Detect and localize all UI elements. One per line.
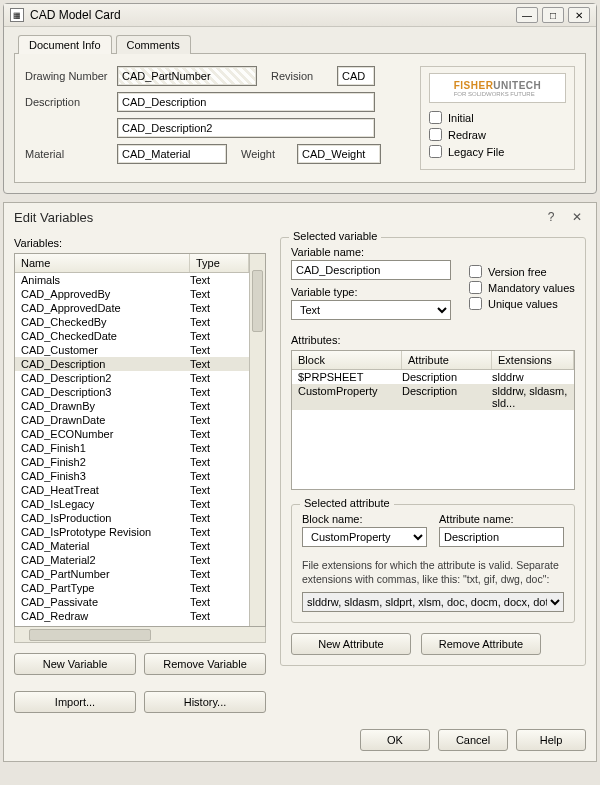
- variable-name-cell: CAD_CheckedDate: [15, 330, 190, 342]
- variable-name-cell: CAD_Description2: [15, 372, 190, 384]
- close-button[interactable]: ✕: [568, 7, 590, 23]
- variable-row[interactable]: CAD_DescriptionText: [15, 357, 249, 371]
- tab-comments[interactable]: Comments: [116, 35, 191, 54]
- variable-row[interactable]: CAD_IsPrototype RevisionText: [15, 525, 249, 539]
- mandatory-checkbox[interactable]: [469, 281, 482, 294]
- variable-row[interactable]: CAD_Material2Text: [15, 553, 249, 567]
- variable-row[interactable]: CAD_PartTypeText: [15, 581, 249, 595]
- variable-row[interactable]: AnimalsText: [15, 273, 249, 287]
- maximize-button[interactable]: □: [542, 7, 564, 23]
- extensions-select[interactable]: slddrw, sldasm, sldprt, xlsm, doc, docm,…: [302, 592, 564, 612]
- version-free-checkbox[interactable]: [469, 265, 482, 278]
- variable-row[interactable]: CAD_CheckedByText: [15, 315, 249, 329]
- redraw-label: Redraw: [448, 129, 486, 141]
- dialog-close-button[interactable]: ✕: [568, 209, 586, 225]
- col-header-name[interactable]: Name: [15, 254, 190, 272]
- col-header-attribute[interactable]: Attribute: [402, 351, 492, 369]
- attribute-row[interactable]: $PRPSHEETDescriptionslddrw: [292, 370, 574, 384]
- minimize-button[interactable]: —: [516, 7, 538, 23]
- variable-row[interactable]: CAD_PartNumberText: [15, 567, 249, 581]
- legacy-checkbox[interactable]: [429, 145, 442, 158]
- legacy-checkbox-row[interactable]: Legacy File: [429, 145, 566, 158]
- mandatory-row[interactable]: Mandatory values: [469, 281, 575, 294]
- col-header-type[interactable]: Type: [190, 254, 249, 272]
- variable-type-cell: Text: [190, 470, 249, 482]
- selected-variable-legend: Selected variable: [289, 230, 381, 242]
- variable-row[interactable]: CAD_ApprovedByText: [15, 287, 249, 301]
- variable-name-cell: CAD_Finish3: [15, 470, 190, 482]
- variables-rows[interactable]: AnimalsTextCAD_ApprovedByTextCAD_Approve…: [15, 273, 249, 626]
- side-panel: FISHERUNITECH FOR SOLIDWORKS FUTURE Init…: [420, 66, 575, 170]
- variable-name-cell: CAD_Finish1: [15, 442, 190, 454]
- variable-row[interactable]: CAD_Description2Text: [15, 371, 249, 385]
- titlebar: ▦ CAD Model Card — □ ✕: [4, 4, 596, 27]
- variable-type-select[interactable]: Text: [291, 300, 451, 320]
- variable-type-cell: Text: [190, 498, 249, 510]
- selected-variable-panel: Selected variable Variable name: Variabl…: [280, 237, 586, 713]
- new-attribute-button[interactable]: New Attribute: [291, 633, 411, 655]
- revision-field[interactable]: [337, 66, 375, 86]
- initial-label: Initial: [448, 112, 474, 124]
- variables-table[interactable]: Name Type AnimalsTextCAD_ApprovedByTextC…: [14, 253, 266, 627]
- description1-field[interactable]: [117, 92, 375, 112]
- variable-row[interactable]: CAD_IsProductionText: [15, 511, 249, 525]
- variable-row[interactable]: CAD_HeatTreatText: [15, 483, 249, 497]
- variable-row[interactable]: CAD_IsLegacyText: [15, 497, 249, 511]
- tab-document-info[interactable]: Document Info: [18, 35, 112, 54]
- legacy-label: Legacy File: [448, 146, 504, 158]
- unique-row[interactable]: Unique values: [469, 297, 575, 310]
- block-name-select[interactable]: CustomProperty: [302, 527, 427, 547]
- variable-row[interactable]: CAD_MaterialText: [15, 539, 249, 553]
- version-free-row[interactable]: Version free: [469, 265, 575, 278]
- variable-row[interactable]: CAD_DrawnDateText: [15, 413, 249, 427]
- variable-row[interactable]: CAD_ECONumberText: [15, 427, 249, 441]
- description2-field[interactable]: [117, 118, 375, 138]
- history-button[interactable]: History...: [144, 691, 266, 713]
- variable-row[interactable]: CAD_Finish2Text: [15, 455, 249, 469]
- variable-row[interactable]: CAD_DrawnByText: [15, 399, 249, 413]
- variable-row[interactable]: CAD_Finish1Text: [15, 441, 249, 455]
- variable-name-field[interactable]: [291, 260, 451, 280]
- weight-field[interactable]: [297, 144, 381, 164]
- logo-word2: UNITECH: [493, 80, 541, 91]
- help-button[interactable]: Help: [516, 729, 586, 751]
- selected-attribute-legend: Selected attribute: [300, 497, 394, 509]
- initial-checkbox-row[interactable]: Initial: [429, 111, 566, 124]
- initial-checkbox[interactable]: [429, 111, 442, 124]
- dialog-help-button[interactable]: ?: [542, 209, 560, 225]
- remove-variable-button[interactable]: Remove Variable: [144, 653, 266, 675]
- attribute-rows[interactable]: $PRPSHEETDescriptionslddrwCustomProperty…: [292, 370, 574, 410]
- selected-variable-group: Selected variable Variable name: Variabl…: [280, 237, 586, 666]
- attribute-name-field[interactable]: [439, 527, 564, 547]
- attr-attribute-cell: Description: [402, 371, 492, 383]
- variable-name-cell: CAD_Description: [15, 358, 190, 370]
- cancel-button[interactable]: Cancel: [438, 729, 508, 751]
- col-header-extensions[interactable]: Extensions: [492, 351, 574, 369]
- redraw-checkbox-row[interactable]: Redraw: [429, 128, 566, 141]
- variable-type-cell: Text: [190, 596, 249, 608]
- vertical-scrollbar[interactable]: [249, 254, 265, 626]
- variable-row[interactable]: CAD_Description3Text: [15, 385, 249, 399]
- attribute-row[interactable]: CustomPropertyDescriptionslddrw, sldasm,…: [292, 384, 574, 410]
- variable-row[interactable]: CAD_CheckedDateText: [15, 329, 249, 343]
- remove-attribute-button[interactable]: Remove Attribute: [421, 633, 541, 655]
- variable-row[interactable]: CAD_Finish3Text: [15, 469, 249, 483]
- variable-row[interactable]: CAD_CustomerText: [15, 343, 249, 357]
- redraw-checkbox[interactable]: [429, 128, 442, 141]
- import-button[interactable]: Import...: [14, 691, 136, 713]
- new-variable-button[interactable]: New Variable: [14, 653, 136, 675]
- drawing-number-field[interactable]: [117, 66, 257, 86]
- variable-type-cell: Text: [190, 414, 249, 426]
- variable-row[interactable]: CAD_PassivateText: [15, 595, 249, 609]
- variable-row[interactable]: CAD_RedrawText: [15, 609, 249, 623]
- ok-button[interactable]: OK: [360, 729, 430, 751]
- col-header-block[interactable]: Block: [292, 351, 402, 369]
- window-title: CAD Model Card: [30, 8, 121, 22]
- material-field[interactable]: [117, 144, 227, 164]
- variable-type-cell: Text: [190, 344, 249, 356]
- variable-name-cell: CAD_Material2: [15, 554, 190, 566]
- variable-row[interactable]: CAD_ApprovedDateText: [15, 301, 249, 315]
- attributes-table[interactable]: Block Attribute Extensions $PRPSHEETDesc…: [291, 350, 575, 490]
- horizontal-scrollbar[interactable]: [14, 627, 266, 643]
- unique-checkbox[interactable]: [469, 297, 482, 310]
